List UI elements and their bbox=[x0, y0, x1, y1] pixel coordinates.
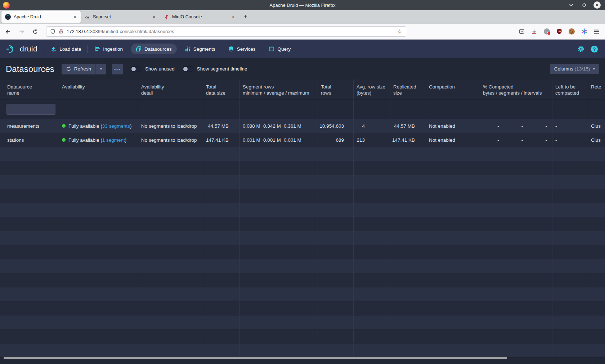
scrollbar-thumb[interactable] bbox=[4, 357, 507, 359]
tab-label: MinIO Console bbox=[172, 14, 230, 19]
empty-cell bbox=[138, 287, 203, 301]
table-row-empty bbox=[0, 259, 605, 273]
empty-cell bbox=[354, 301, 390, 315]
pocket-icon[interactable] bbox=[518, 28, 525, 35]
empty-cell bbox=[240, 259, 318, 273]
table-row-empty bbox=[0, 189, 605, 203]
cookie-extension-icon[interactable] bbox=[569, 28, 575, 35]
nav-item-datasources[interactable]: Datasources bbox=[131, 44, 177, 54]
empty-cell bbox=[354, 189, 390, 203]
datasource-name-filter-input[interactable] bbox=[6, 104, 55, 115]
empty-cell bbox=[480, 217, 552, 231]
nav-item-services[interactable]: Services bbox=[223, 44, 261, 54]
col-header-availability-detail[interactable]: Availability detail bbox=[138, 79, 203, 99]
empty-cell bbox=[203, 245, 240, 259]
empty-cell bbox=[354, 273, 390, 287]
tab-apache-druid[interactable]: Apache Druid × bbox=[1, 11, 81, 23]
empty-cell bbox=[240, 287, 318, 301]
segments-link[interactable]: 33 segments bbox=[102, 123, 130, 129]
settings-gear-icon[interactable] bbox=[577, 45, 584, 53]
refresh-button[interactable]: Refresh bbox=[62, 64, 95, 74]
empty-cell bbox=[480, 175, 552, 189]
more-actions-button[interactable]: ••• bbox=[112, 64, 123, 74]
browser-window: Apache Druid — Mozilla Firefox × Apache … bbox=[0, 0, 605, 364]
nav-item-query[interactable]: Query bbox=[264, 44, 296, 54]
empty-cell bbox=[354, 217, 390, 231]
col-header-segment-rows[interactable]: Segment rows minimum / average / maximum bbox=[240, 79, 318, 99]
ublock-origin-icon[interactable]: UO bbox=[556, 28, 563, 35]
close-window-icon[interactable]: × bbox=[593, 1, 601, 9]
empty-cell bbox=[203, 231, 240, 245]
tab-label: Apache Druid bbox=[14, 14, 72, 19]
nav-item-segments[interactable]: Segments bbox=[180, 44, 220, 54]
empty-cell bbox=[426, 189, 480, 203]
table-row-empty bbox=[0, 175, 605, 189]
col-header-availability[interactable]: Availability bbox=[59, 79, 138, 99]
new-tab-button[interactable]: + bbox=[239, 13, 252, 21]
url-text[interactable]: 172.18.0.4:30899/unified-console.html#da… bbox=[67, 29, 394, 34]
refresh-dropdown-button[interactable]: ▾ bbox=[95, 64, 106, 74]
col-header-replicated-size[interactable]: Replicated size bbox=[390, 79, 426, 99]
empty-cell bbox=[354, 245, 390, 259]
col-header-total-rows[interactable]: Total rows bbox=[318, 79, 354, 99]
tab-superset[interactable]: ∞ Superset × bbox=[81, 11, 160, 23]
tab-minio-console[interactable]: MinIO Console × bbox=[160, 11, 239, 23]
empty-cell bbox=[390, 245, 426, 259]
druid-logo-icon bbox=[6, 44, 17, 54]
maximize-icon[interactable] bbox=[581, 1, 588, 9]
insecure-lock-icon[interactable] bbox=[58, 29, 64, 34]
col-header-compaction[interactable]: Compaction bbox=[426, 79, 480, 99]
show-segment-timeline-toggle[interactable]: Show segment timeline bbox=[183, 66, 247, 72]
url-bar[interactable]: 172.18.0.4:30899/unified-console.html#da… bbox=[46, 26, 406, 37]
forward-button[interactable] bbox=[16, 26, 27, 37]
table-filter-row bbox=[0, 100, 605, 119]
druid-logo[interactable]: druid bbox=[0, 44, 44, 54]
empty-cell bbox=[203, 343, 240, 357]
col-header-retention[interactable]: Rete bbox=[588, 79, 605, 99]
tab-close-icon[interactable]: × bbox=[230, 14, 236, 20]
toggle-track[interactable] bbox=[131, 66, 142, 72]
help-icon[interactable]: ? bbox=[591, 46, 598, 53]
segments-link[interactable]: 1 segment bbox=[102, 137, 125, 143]
bookmark-star-icon[interactable]: ☆ bbox=[397, 28, 402, 35]
reload-button[interactable] bbox=[30, 26, 41, 37]
table-row-stations[interactable]: stations Fully available (1 segment) No … bbox=[0, 133, 605, 147]
empty-cell bbox=[318, 343, 354, 357]
colorful-asterisk-extension-icon[interactable] bbox=[581, 28, 587, 35]
empty-cell bbox=[354, 315, 390, 329]
tracking-shield-icon[interactable] bbox=[50, 29, 55, 34]
horizontal-scrollbar[interactable] bbox=[0, 357, 605, 359]
empty-cell bbox=[318, 329, 354, 343]
nav-item-label: Load data bbox=[59, 46, 81, 52]
tab-close-icon[interactable]: × bbox=[72, 14, 78, 20]
empty-cell bbox=[426, 315, 480, 329]
downloads-icon[interactable] bbox=[531, 28, 537, 35]
empty-cell bbox=[0, 189, 59, 203]
col-header-pct-compacted[interactable]: % Compacted bytes / segments / intervals bbox=[480, 79, 552, 99]
empty-cell bbox=[240, 301, 318, 315]
col-header-left-to-be-compacted[interactable]: Left to be compacted bbox=[552, 79, 588, 99]
table-row-empty bbox=[0, 231, 605, 245]
tab-close-icon[interactable]: × bbox=[151, 14, 157, 20]
col-header-datasource-name[interactable]: Datasource name bbox=[0, 79, 59, 99]
titlebar: Apache Druid — Mozilla Firefox × bbox=[0, 0, 605, 10]
druid-brand-text: druid bbox=[20, 45, 37, 53]
col-header-avg-row-size[interactable]: Avg. row size (bytes) bbox=[354, 79, 390, 99]
cell-compaction: Not enabled bbox=[426, 119, 480, 133]
hamburger-menu-icon[interactable] bbox=[593, 28, 600, 35]
cell-segment-rows: 0.088 M0.342 M0.361 M bbox=[240, 119, 318, 133]
back-button[interactable] bbox=[2, 26, 14, 37]
col-header-total-data-size[interactable]: Total data size bbox=[203, 79, 240, 99]
toggle-track[interactable] bbox=[183, 66, 193, 72]
empty-cell bbox=[426, 147, 480, 161]
nav-item-ingestion[interactable]: Ingestion bbox=[89, 44, 128, 54]
minimize-icon[interactable] bbox=[568, 1, 575, 9]
table-row-measurements[interactable]: measurements Fully available (33 segment… bbox=[0, 119, 605, 133]
show-unused-toggle[interactable]: Show unused bbox=[131, 66, 175, 72]
extension-account-icon[interactable] bbox=[543, 28, 550, 35]
empty-cell bbox=[138, 203, 203, 217]
empty-cell bbox=[318, 189, 354, 203]
columns-button[interactable]: Columns (13/15) ▾ bbox=[550, 64, 599, 74]
nav-item-load-data[interactable]: Load data bbox=[46, 44, 86, 54]
empty-cell bbox=[426, 203, 480, 217]
